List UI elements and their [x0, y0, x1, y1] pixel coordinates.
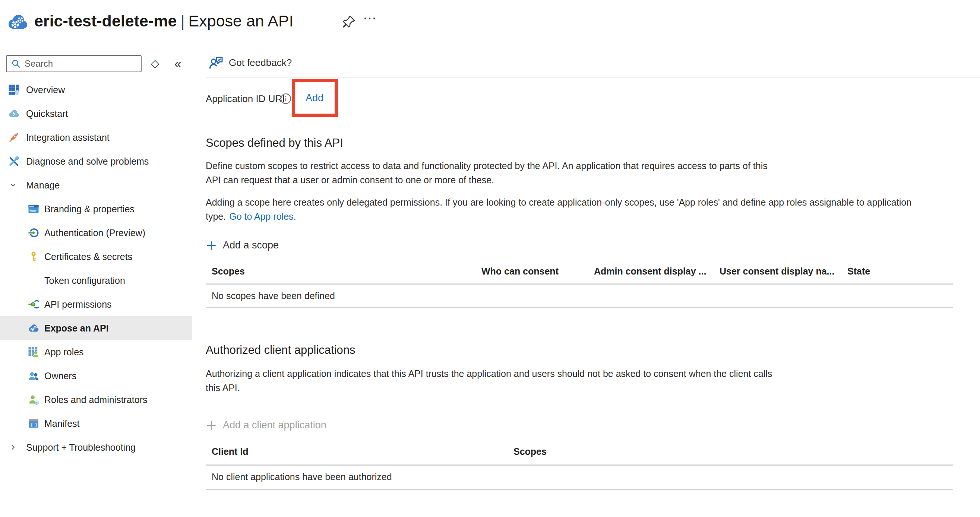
sidebar-item-quickstart[interactable]: Quickstart [0, 101, 192, 125]
sidebar-item-owners[interactable]: Owners [0, 364, 192, 388]
plus-icon [206, 420, 217, 431]
app-name: eric-test-delete-me [34, 12, 177, 30]
sidebar-item-expose-an-api[interactable]: Expose an API [0, 316, 192, 340]
sidebar-item-label: Branding & properties [45, 204, 135, 214]
scopes-table-divider-bottom [206, 307, 953, 308]
sidebar-item-label: Token configuration [45, 275, 125, 286]
refresh-icon[interactable]: ◇ [151, 58, 159, 69]
role-admin-icon [28, 394, 39, 405]
owners-icon [28, 370, 39, 381]
blade-title: Expose an API [189, 12, 294, 30]
got-feedback-button[interactable]: Got feedback? [209, 55, 292, 70]
sidebar-item-label: Manage [26, 180, 60, 191]
quickstart-icon [8, 108, 19, 119]
auth-icon [28, 227, 39, 238]
sidebar-item-label: Expose an API [45, 323, 109, 334]
add-application-id-uri-link[interactable]: Add [305, 92, 323, 104]
sidebar-item-label: Manifest [45, 418, 80, 429]
add-a-scope-button[interactable]: Add a scope [206, 239, 279, 251]
scopes-description: Define custom scopes to restrict access … [206, 159, 768, 187]
column-header-state: State [847, 266, 953, 277]
key-icon [28, 251, 39, 262]
app-roles-icon [28, 346, 39, 358]
sidebar-item-api-permissions[interactable]: API permissions [0, 292, 192, 316]
manifest-icon [28, 418, 39, 429]
tools-icon [8, 156, 19, 167]
sidebar-item-label: Overview [26, 84, 65, 95]
column-header-user-consent-display-na: User consent display na... [719, 266, 847, 277]
page-title: eric-test-delete-me|Expose an API [34, 12, 294, 30]
clients-table-divider-top [206, 465, 953, 466]
rocket-icon [8, 132, 19, 143]
scopes-note-text: Adding a scope here creates only delegat… [206, 197, 912, 222]
search-input-wrapper [6, 55, 142, 72]
scopes-empty-text: No scopes have been defined [212, 290, 335, 301]
sidebar-item-label: Diagnose and solve problems [26, 156, 149, 167]
sidebar-item-diagnose-and-solve-problems[interactable]: Diagnose and solve problems [0, 149, 192, 173]
feedback-icon [209, 55, 224, 70]
sidebar-item-manifest[interactable]: Manifest [0, 412, 192, 435]
clients-section-title: Authorized client applications [206, 343, 355, 357]
sidebar-item-roles-and-administrators[interactable]: Roles and administrators [0, 388, 192, 412]
column-header-client-id: Client Id [212, 446, 514, 457]
plug-icon [28, 299, 39, 310]
sidebar-item-integration-assistant[interactable]: Integration assistant [0, 125, 192, 149]
scopes-table-header: ScopesWho can consentAdmin consent displ… [206, 266, 953, 277]
search-icon [11, 59, 21, 68]
sidebar-item-support-troubleshooting[interactable]: Support + Troubleshooting [0, 435, 192, 459]
scopes-table-divider-top [206, 284, 953, 285]
search-input[interactable] [25, 59, 136, 69]
sidebar-item-authentication-preview[interactable]: Authentication (Preview) [0, 221, 192, 245]
clients-table-header: Client IdScopes [206, 446, 953, 457]
sidebar-item-label: Certificates & secrets [45, 251, 132, 262]
sidebar-item-manage[interactable]: Manage [0, 173, 192, 197]
sidebar-item-token-configuration[interactable]: Token configuration [0, 268, 192, 292]
sidebar-item-certificates-secrets[interactable]: Certificates & secrets [0, 245, 192, 268]
sidebar-item-label: Integration assistant [26, 132, 110, 143]
sidebar-item-overview[interactable]: Overview [0, 78, 192, 101]
column-header-admin-consent-display: Admin consent display ... [594, 266, 719, 277]
sidebar-item-label: Roles and administrators [45, 395, 148, 405]
add-a-scope-label: Add a scope [223, 239, 279, 251]
sidebar-item-label: Owners [45, 371, 76, 381]
scopes-section-title: Scopes defined by this API [206, 136, 343, 150]
column-header-scopes: Scopes [514, 446, 953, 457]
app-registration-icon [7, 11, 28, 33]
got-feedback-label: Got feedback? [229, 57, 292, 68]
application-id-uri-label: Application ID URI [206, 93, 285, 105]
annotation-highlight-box: Add [292, 79, 338, 117]
column-header-who-can-consent: Who can consent [481, 266, 594, 277]
sidebar-item-label: App roles [45, 347, 84, 358]
chevron-right-icon [9, 443, 17, 452]
sidebar-item-branding-properties[interactable]: Branding & properties [0, 197, 192, 221]
sidebar-item-label: Quickstart [26, 108, 68, 119]
clients-table-divider-bottom [206, 489, 953, 490]
info-icon[interactable] [280, 93, 292, 105]
sidebar-item-app-roles[interactable]: App roles [0, 340, 192, 364]
clients-empty-text: No client applications have been authori… [212, 471, 392, 482]
more-options-button[interactable]: ⋯ [363, 10, 377, 26]
column-header-scopes: Scopes [212, 266, 481, 277]
sidebar-item-label: API permissions [45, 299, 112, 310]
add-a-client-application-button[interactable]: Add a client application [206, 419, 326, 431]
sliders-icon [28, 275, 39, 286]
browser-icon [28, 203, 39, 214]
overview-icon [8, 84, 19, 95]
pin-icon[interactable] [341, 14, 356, 29]
plus-icon [206, 240, 217, 251]
sidebar-item-label: Authentication (Preview) [45, 228, 145, 238]
scopes-note: Adding a scope here creates only delegat… [206, 195, 912, 224]
sidebar-item-label: Support + Troubleshooting [26, 442, 136, 453]
cloud-gear-icon [28, 323, 39, 334]
sidebar-nav: OverviewQuickstartIntegration assistantD… [0, 78, 192, 459]
expose-an-api-page: eric-test-delete-me|Expose an API ⋯ ◇ « … [0, 0, 980, 517]
title-separator: | [177, 12, 188, 30]
go-to-app-roles-link[interactable]: Go to App roles. [229, 211, 296, 222]
command-bar-divider [206, 77, 980, 78]
add-a-client-application-label: Add a client application [223, 419, 326, 431]
clients-description: Authorizing a client application indicat… [206, 366, 772, 395]
collapse-sidebar-icon[interactable]: « [174, 57, 181, 70]
chevron-down-icon [9, 181, 17, 189]
